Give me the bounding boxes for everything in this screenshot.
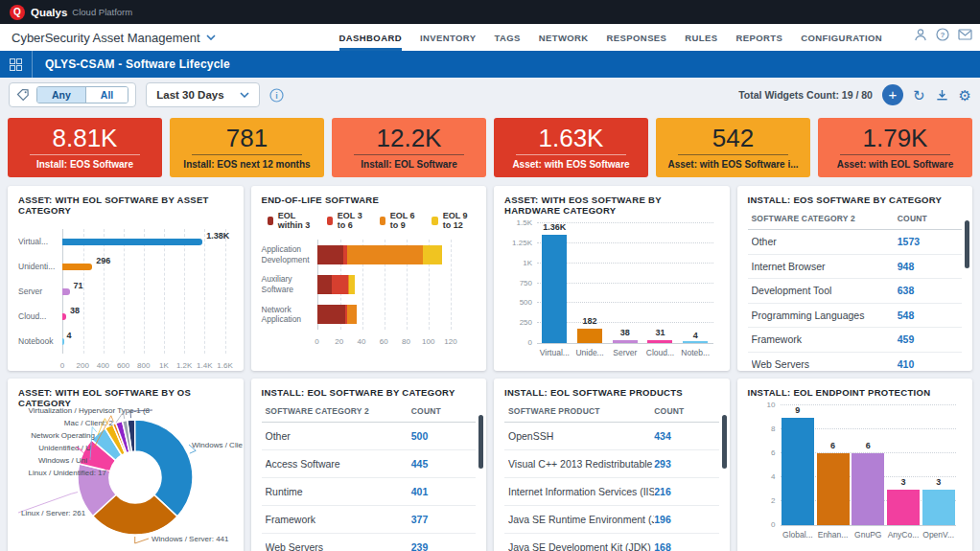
module-switcher[interactable]: CyberSecurity Asset Management: [12, 31, 216, 45]
table-row[interactable]: Java SE Development Kit (JDK)168: [504, 534, 719, 551]
column-header[interactable]: SOFTWARE PRODUCT: [508, 406, 654, 416]
tab-rules[interactable]: RULES: [685, 24, 717, 51]
table-row[interactable]: Development Tool638: [748, 279, 963, 304]
cell-count[interactable]: 293: [654, 458, 716, 470]
table-row[interactable]: Visual C++ 2013 Redistributable293: [504, 450, 719, 478]
info-icon[interactable]: i: [269, 88, 284, 103]
kpi-card[interactable]: 12.2KInstall: EOL Software: [332, 118, 486, 177]
bar-segment[interactable]: [317, 305, 345, 324]
table-row[interactable]: Other1573: [748, 230, 963, 255]
help-icon[interactable]: ?: [936, 28, 949, 41]
bar-segment[interactable]: [347, 245, 423, 264]
cell-count[interactable]: 948: [898, 261, 960, 272]
table-row[interactable]: Runtime401: [262, 478, 477, 506]
tab-network[interactable]: NETWORK: [539, 24, 589, 51]
cell-count[interactable]: 196: [654, 514, 716, 525]
refresh-button[interactable]: ↻: [913, 88, 925, 103]
toggle-any[interactable]: Any: [37, 87, 86, 103]
bar[interactable]: [542, 235, 567, 343]
cell-count[interactable]: 377: [411, 514, 474, 525]
legend-item[interactable]: EOL 6 to 9: [380, 211, 420, 230]
tab-reports[interactable]: REPORTS: [736, 24, 783, 51]
bar-segment[interactable]: [317, 245, 344, 264]
download-button[interactable]: [935, 88, 949, 103]
widgets-count: Total Widgets Count: 19 / 80: [738, 89, 873, 101]
table-row[interactable]: Programming Languages548: [748, 304, 963, 329]
table-row[interactable]: Web Servers410: [748, 353, 963, 372]
kpi-value: 542: [712, 126, 754, 151]
cell-count[interactable]: 239: [411, 541, 474, 551]
legend-item[interactable]: EOL 9 to 12: [432, 211, 476, 230]
table-row[interactable]: OpenSSH434: [504, 423, 719, 450]
table-row[interactable]: Framework377: [262, 506, 477, 534]
bar[interactable]: [577, 329, 602, 343]
tab-inventory[interactable]: INVENTORY: [420, 24, 477, 51]
bar[interactable]: [922, 490, 955, 526]
bar[interactable]: [62, 288, 70, 295]
bar[interactable]: [817, 453, 850, 525]
scrollbar-thumb[interactable]: [722, 415, 727, 469]
table-row[interactable]: Access Software445: [262, 450, 477, 478]
table-row[interactable]: Web Servers239: [262, 534, 477, 551]
bar-segment[interactable]: [349, 275, 355, 294]
user-icon[interactable]: [914, 28, 927, 41]
scrollbar-thumb[interactable]: [478, 415, 483, 469]
cell-count[interactable]: 638: [898, 285, 960, 296]
cell-count[interactable]: 410: [898, 358, 960, 370]
kpi-card[interactable]: 781Install: EOS next 12 months: [170, 118, 324, 177]
column-header[interactable]: SOFTWARE CATEGORY 2: [752, 214, 898, 223]
table-row[interactable]: Java SE Runtime Environment (JRE)196: [504, 506, 719, 534]
bar-segment[interactable]: [423, 245, 442, 264]
table-row[interactable]: Framework459: [748, 328, 963, 353]
bar-segment[interactable]: [317, 275, 332, 294]
tab-tags[interactable]: TAGS: [494, 24, 520, 51]
cell-count[interactable]: 216: [654, 486, 716, 497]
cell-count[interactable]: 445: [411, 458, 474, 470]
cell-count[interactable]: 459: [898, 333, 960, 345]
bar[interactable]: [62, 313, 66, 320]
tab-dashboard[interactable]: DASHBOARD: [339, 24, 402, 51]
mail-icon[interactable]: [958, 29, 972, 40]
cell-count[interactable]: 548: [898, 310, 960, 321]
column-header[interactable]: COUNT: [411, 406, 474, 416]
cell-count[interactable]: 1573: [898, 236, 960, 247]
time-range-select[interactable]: Last 30 Days: [146, 82, 259, 107]
legend-item[interactable]: EOL within 3: [268, 211, 315, 230]
bar[interactable]: [887, 490, 920, 526]
kpi-card[interactable]: 8.81KInstall: EOS Software: [8, 118, 162, 177]
cell-count[interactable]: 500: [411, 430, 474, 442]
cell-count[interactable]: 434: [654, 430, 716, 442]
bar[interactable]: [62, 239, 202, 245]
cell-count[interactable]: 401: [411, 486, 474, 497]
bar[interactable]: [683, 341, 708, 343]
tab-configuration[interactable]: CONFIGURATION: [801, 24, 882, 51]
column-header[interactable]: COUNT: [654, 406, 716, 416]
bar[interactable]: [852, 453, 884, 525]
scrollbar-thumb[interactable]: [965, 220, 969, 268]
bar-column: 38: [607, 223, 642, 343]
qualys-logo-icon[interactable]: Q: [10, 5, 25, 20]
bar[interactable]: [62, 338, 64, 345]
add-widget-button[interactable]: +: [882, 84, 903, 105]
cell-count[interactable]: 168: [654, 541, 716, 551]
legend-item[interactable]: EOL 3 to 6: [327, 211, 367, 230]
table-row[interactable]: Internet Information Services (IIS)216: [504, 478, 719, 506]
bar[interactable]: [647, 340, 672, 343]
table-row[interactable]: Internet Browser948: [748, 255, 963, 280]
dashboard-picker-button[interactable]: [0, 51, 33, 78]
kpi-card[interactable]: 1.63KAsset: with EOS Software: [494, 118, 648, 177]
bar[interactable]: [613, 340, 638, 343]
table-row[interactable]: Other500: [262, 423, 477, 450]
kpi-card[interactable]: 1.79KAsset: with EOL Software: [818, 118, 972, 177]
settings-gear-button[interactable]: ⚙: [959, 88, 971, 103]
bar-segment[interactable]: [332, 275, 348, 294]
toggle-all[interactable]: All: [86, 87, 128, 103]
data-table: SOFTWARE CATEGORY 2COUNTOther500Access S…: [262, 402, 477, 551]
bar-segment[interactable]: [347, 305, 357, 324]
tab-responses[interactable]: RESPONSES: [607, 24, 667, 51]
column-header[interactable]: COUNT: [898, 214, 960, 223]
bar[interactable]: [62, 264, 92, 270]
bar[interactable]: [782, 418, 814, 526]
kpi-card[interactable]: 542Asset: with EOS Software i...: [656, 118, 810, 177]
column-header[interactable]: SOFTWARE CATEGORY 2: [266, 406, 411, 416]
